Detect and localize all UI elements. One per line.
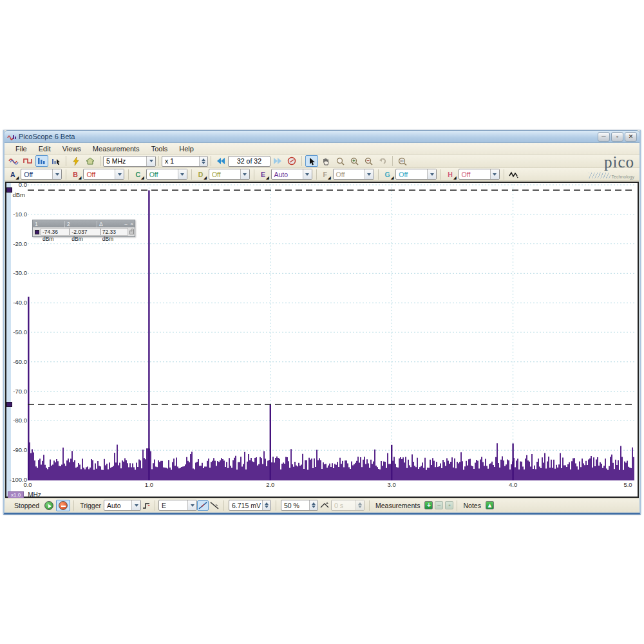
channel-d-group: D◢Off <box>196 169 250 180</box>
zoom-marquee-button[interactable] <box>334 155 346 167</box>
channel-b-label[interactable]: B◢ <box>70 169 83 180</box>
next-buffer-button[interactable] <box>271 155 284 167</box>
buffer-overview-button[interactable] <box>285 155 298 167</box>
toolbar-separator <box>66 169 66 180</box>
toolbar-separator <box>100 156 100 166</box>
add-measurement-button[interactable]: + <box>424 501 433 509</box>
remove-measurement-button: − <box>435 501 443 509</box>
lock-icon[interactable] <box>129 231 134 234</box>
play-icon <box>44 501 53 510</box>
prev-buffer-button[interactable] <box>214 155 227 167</box>
spinner-arrows-icon[interactable] <box>262 500 270 510</box>
channel-f-label[interactable]: F◢ <box>321 169 333 180</box>
channel-h-range-select[interactable]: Off <box>459 169 500 180</box>
small-arrow-icon: ◢ <box>328 176 331 180</box>
notes-button[interactable]: ▲ <box>486 501 494 509</box>
sample-rate-select[interactable]: 5 MHz <box>103 156 156 167</box>
spectrum-cursor-icon <box>52 157 61 166</box>
spinner-arrows-icon[interactable] <box>309 500 317 510</box>
channel-a-range-select[interactable]: Off <box>21 169 62 180</box>
persistence-mode-button[interactable] <box>21 155 34 167</box>
channel-a-group: A◢Off <box>8 169 62 180</box>
channel-g-label[interactable]: G◢ <box>383 169 396 180</box>
app-icon <box>7 133 16 140</box>
statusbar-separator <box>223 500 224 511</box>
toolbar-separator <box>211 156 211 166</box>
x-tick-label: 5.0 <box>623 481 632 488</box>
y-axis-unit: dBm <box>12 191 25 198</box>
home-button[interactable] <box>84 155 97 167</box>
channel-c-label[interactable]: C◢ <box>133 169 146 180</box>
falling-edge-icon <box>210 502 219 509</box>
title-bar[interactable]: PicoScope 6 Beta ─ ▫ ✕ <box>5 130 639 143</box>
channel-e-label[interactable]: E◢ <box>258 169 271 180</box>
small-arrow-icon: ◢ <box>79 176 82 180</box>
plot-area[interactable]: 1 2 Δ – × -74.36 dBm -2.037 dBm 72.33 dB… <box>28 184 634 480</box>
y-tick-label: -70.0 <box>13 388 27 395</box>
rising-edge-button[interactable] <box>197 500 209 511</box>
scope-mode-button[interactable] <box>7 155 20 167</box>
menu-measurements[interactable]: Measurements <box>87 145 146 153</box>
menu-edit[interactable]: Edit <box>33 145 57 153</box>
spinner-arrows-icon[interactable] <box>199 156 207 166</box>
advanced-trigger-button[interactable] <box>141 500 151 511</box>
zoom-out-button[interactable] <box>362 155 375 167</box>
channel-e-range-select[interactable]: Auto <box>271 169 312 180</box>
channel-c-range-select[interactable]: Off <box>146 169 187 180</box>
buffer-position-box[interactable]: 32 of 32 <box>228 156 270 167</box>
channel-a-label[interactable]: A◢ <box>8 169 21 180</box>
spectrum-chart-area[interactable]: dBm 0.0-10.0-20.0-30.0-40.0-50.0-60.0-70… <box>5 182 639 498</box>
spectrum-mode-button[interactable] <box>35 155 48 167</box>
ruler-legend[interactable]: 1 2 Δ – × -74.36 dBm -2.037 dBm 72.33 dB… <box>32 220 135 237</box>
zoom-full-button[interactable]: 00 <box>396 155 409 167</box>
x-tick-label: 4.0 <box>509 481 517 488</box>
start-button[interactable] <box>42 500 56 511</box>
small-arrow-icon: ◢ <box>453 176 457 180</box>
statusbar-separator <box>155 500 155 511</box>
close-button[interactable]: ✕ <box>625 132 637 142</box>
pretrigger-stepper[interactable]: 50 % <box>281 500 318 511</box>
channel-h-label[interactable]: H◢ <box>445 169 458 180</box>
channel-f-range-select[interactable]: Off <box>333 169 374 180</box>
generator-button[interactable] <box>70 155 82 167</box>
view-options-button[interactable] <box>50 155 62 167</box>
falling-edge-button[interactable] <box>209 500 220 511</box>
x-zoom-badge[interactable]: x1.0 <box>8 491 24 498</box>
toolbar-separator <box>392 156 393 166</box>
chevron-down-icon <box>490 169 499 179</box>
zoom-in-button[interactable] <box>348 155 361 167</box>
y-tick-label: -90.0 <box>13 446 27 453</box>
hand-tool-button[interactable] <box>319 155 332 167</box>
toolbar-separator <box>504 169 504 180</box>
statusbar-separator <box>457 500 457 511</box>
channel-g-range-select[interactable]: Off <box>395 169 437 180</box>
spectrum-bars-icon <box>37 157 46 165</box>
menu-help[interactable]: Help <box>173 145 200 153</box>
menu-file[interactable]: File <box>10 145 33 153</box>
undo-zoom-button[interactable] <box>376 155 389 167</box>
channel-d-range-select[interactable]: Off <box>209 169 250 180</box>
pointer-tool-button[interactable] <box>305 155 318 167</box>
post-trigger-delay-button[interactable] <box>319 500 330 511</box>
ruler-handle-top[interactable] <box>6 187 12 193</box>
minimize-button[interactable]: ─ <box>598 132 610 142</box>
zoom-multiplier-stepper[interactable]: x 1 <box>162 156 208 167</box>
ruler-handle-track <box>6 183 11 497</box>
zoom-in-icon <box>350 157 359 166</box>
math-channels-button[interactable] <box>507 169 520 180</box>
stop-button[interactable] <box>56 500 70 511</box>
trigger-source-select[interactable]: E <box>158 500 197 511</box>
menu-views[interactable]: Views <box>57 145 87 153</box>
channel-b-range-select[interactable]: Off <box>83 169 124 180</box>
trigger-level-stepper[interactable]: 6.715 mV <box>229 500 271 511</box>
menu-tools[interactable]: Tools <box>146 145 174 153</box>
ruler-handle-bottom[interactable] <box>6 402 12 407</box>
channel-d-label[interactable]: D◢ <box>196 169 209 180</box>
channel-b-group: B◢Off <box>70 169 124 180</box>
legend-minimize-button[interactable]: – <box>123 221 129 227</box>
y-tick-label: -10.0 <box>13 211 27 218</box>
legend-close-button[interactable]: × <box>129 221 135 227</box>
small-arrow-icon: ◢ <box>141 176 144 180</box>
maximize-button[interactable]: ▫ <box>611 132 623 142</box>
trigger-mode-select[interactable]: Auto <box>104 500 141 511</box>
